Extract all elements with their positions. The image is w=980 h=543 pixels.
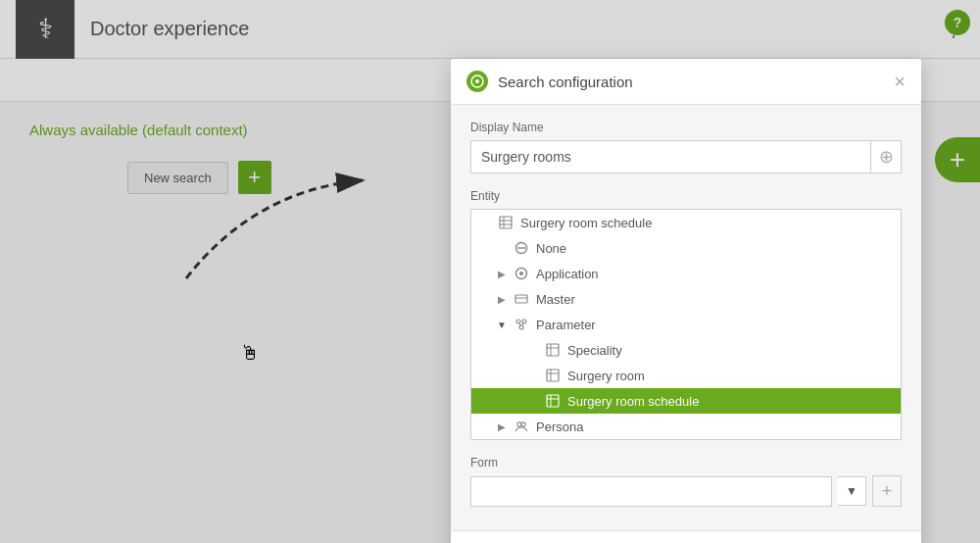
form-select[interactable] bbox=[470, 476, 832, 507]
tree-expand-application[interactable]: ▶ bbox=[495, 267, 509, 280]
svg-rect-11 bbox=[515, 295, 527, 303]
modal-header-icon bbox=[466, 71, 488, 92]
tree-expand-srs bbox=[526, 394, 540, 408]
display-name-add-button[interactable]: ⊕ bbox=[870, 140, 902, 173]
tree-item-speciality[interactable]: Speciality bbox=[471, 337, 901, 363]
svg-point-2 bbox=[475, 79, 479, 83]
form-label: Form bbox=[470, 456, 902, 469]
entity-section: Entity Surgery room schedule None bbox=[470, 189, 902, 440]
entity-tree: Surgery room schedule None ▶ Appl bbox=[470, 209, 902, 440]
svg-point-13 bbox=[516, 320, 520, 323]
tree-icon-header bbox=[497, 214, 514, 231]
tree-item-header[interactable]: Surgery room schedule bbox=[471, 210, 901, 235]
tree-label-master: Master bbox=[536, 292, 575, 307]
tree-label-parameter: Parameter bbox=[536, 318, 596, 332]
form-add-button[interactable]: + bbox=[872, 475, 902, 507]
svg-rect-21 bbox=[547, 370, 559, 381]
display-name-label: Display Name bbox=[470, 121, 902, 134]
tree-label-speciality: Speciality bbox=[567, 343, 622, 358]
tree-expand-speciality bbox=[526, 343, 540, 357]
svg-point-14 bbox=[522, 320, 526, 323]
search-config-icon bbox=[470, 74, 484, 88]
tree-label-persona: Persona bbox=[536, 420, 583, 434]
tree-icon-none bbox=[513, 239, 530, 257]
tree-icon-application bbox=[513, 265, 530, 282]
tree-item-none[interactable]: None bbox=[471, 235, 901, 261]
entity-label: Entity bbox=[470, 189, 902, 203]
tree-icon-persona bbox=[513, 418, 530, 435]
svg-line-16 bbox=[518, 323, 521, 325]
svg-point-10 bbox=[519, 272, 523, 275]
tree-label-surgery-room: Surgery room bbox=[567, 369, 645, 383]
tree-expand-persona[interactable]: ▶ bbox=[495, 420, 509, 433]
tree-icon-speciality bbox=[544, 341, 562, 359]
svg-rect-24 bbox=[547, 395, 559, 407]
svg-line-17 bbox=[521, 323, 524, 325]
tree-expand-none bbox=[495, 241, 509, 255]
modal-footer: ? OK Cancel bbox=[451, 530, 921, 543]
tree-item-surgery-room[interactable]: Surgery room bbox=[471, 363, 901, 388]
tree-item-surgery-room-schedule[interactable]: Surgery room schedule bbox=[471, 388, 901, 414]
form-select-wrapper: ▼ + bbox=[470, 475, 902, 507]
tree-item-persona[interactable]: ▶ Persona bbox=[471, 414, 901, 439]
tree-label-application: Application bbox=[536, 267, 599, 281]
tree-label-none: None bbox=[536, 241, 566, 256]
modal-close-button[interactable]: × bbox=[894, 72, 906, 91]
form-section: Form ▼ + bbox=[470, 456, 902, 507]
select-arrow-icon: ▼ bbox=[838, 476, 866, 506]
svg-rect-3 bbox=[500, 217, 512, 228]
tree-icon-master bbox=[513, 290, 530, 308]
tree-expand-surgery-room bbox=[526, 369, 540, 382]
tree-expand-parameter[interactable]: ▼ bbox=[495, 318, 509, 331]
tree-icon-parameter bbox=[513, 316, 530, 333]
modal-body: Display Name ⊕ Entity Surgery room sched… bbox=[451, 105, 921, 530]
svg-point-15 bbox=[519, 325, 523, 329]
tree-label-srs: Surgery room schedule bbox=[567, 394, 699, 409]
tree-expand-icon bbox=[479, 216, 493, 229]
tree-expand-master[interactable]: ▶ bbox=[495, 292, 509, 306]
tree-label-header: Surgery room schedule bbox=[520, 216, 652, 230]
tree-item-master[interactable]: ▶ Master bbox=[471, 286, 901, 312]
modal-header: Search configuration × bbox=[451, 59, 921, 105]
modal-title: Search configuration bbox=[498, 74, 894, 90]
svg-rect-18 bbox=[547, 344, 559, 356]
tree-icon-srs bbox=[544, 392, 562, 410]
tree-item-application[interactable]: ▶ Application bbox=[471, 261, 901, 286]
display-name-field-wrapper: ⊕ bbox=[470, 140, 902, 173]
tree-icon-surgery-room bbox=[544, 367, 562, 384]
search-configuration-modal: Search configuration × Display Name ⊕ En… bbox=[451, 59, 921, 543]
tree-item-parameter[interactable]: ▼ Parameter bbox=[471, 312, 901, 337]
display-name-input[interactable] bbox=[470, 140, 902, 173]
